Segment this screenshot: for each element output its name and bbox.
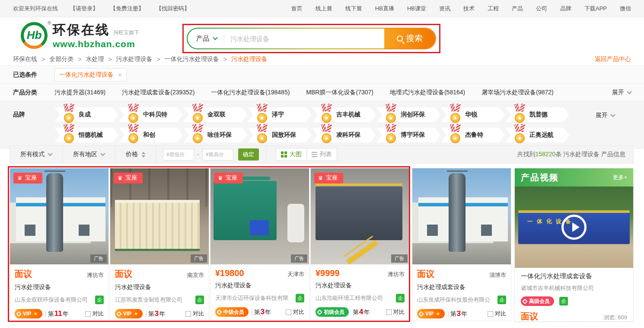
more-videos-link[interactable]: 更多+ [612, 174, 627, 181]
search-category-dropdown[interactable]: 产品 [188, 35, 224, 43]
medal-icon: ★ [450, 124, 462, 143]
brand-chip[interactable]: ★凌科环保 [312, 128, 376, 142]
brand-chip[interactable]: ★正奥远航 [505, 128, 569, 142]
medal-icon: ★ [514, 124, 526, 143]
nav-online-expo[interactable]: 线上展 [316, 5, 332, 13]
search-input[interactable] [224, 35, 384, 42]
product-card[interactable]: ♛宝座 广告 面议南京市 污水处理设备 江苏凯泉泵业制造有限公司企 VIP★ |… [110, 168, 209, 321]
category-link[interactable]: 一体化污水处理设备(198485) [211, 89, 290, 96]
brand-chip[interactable]: ★中科贝特 [119, 107, 183, 122]
medal-icon: ★ [385, 124, 397, 143]
min-price-input[interactable] [163, 149, 194, 161]
product-title[interactable]: 污水处理设备 [316, 282, 405, 289]
nav-home[interactable]: 首页 [291, 5, 303, 13]
category-link[interactable]: 污水提升器(31469) [54, 89, 105, 96]
search-button[interactable]: 搜索 [384, 28, 435, 49]
brand-chip[interactable]: ★恒德机械 [54, 128, 118, 142]
chevron-down-icon [100, 151, 105, 156]
brand-chip[interactable]: ★华锐 [441, 107, 505, 122]
nav-news[interactable]: 资讯 [439, 5, 450, 13]
medal-icon: ★ [321, 104, 333, 123]
expand-categories-button[interactable]: 展开 [612, 89, 631, 96]
medal-icon: ★ [128, 124, 140, 143]
breadcrumb-item[interactable]: 一体化污水处理设备 [165, 55, 219, 63]
close-icon[interactable]: × [118, 71, 122, 78]
region-dropdown[interactable]: 所有地区 [63, 151, 115, 158]
nav-offline-expo[interactable]: 线下展 [345, 5, 362, 13]
product-card[interactable]: ♛宝座 广告 面议潍坊市 污水处理设备 山东金双联环保设备有限公司企 VIP★ … [10, 168, 109, 321]
breadcrumb-item[interactable]: 水处理 [86, 55, 104, 63]
product-card[interactable]: ♛宝座 广告 ¥19800天津市 污水处理设备 天津市众迈环保设备科技有限企 中… [210, 168, 309, 321]
medal-icon: ★ [321, 124, 333, 143]
brand-chip[interactable]: ★咏佳环保 [183, 128, 247, 142]
list-view-tab[interactable]: 列表 [307, 148, 337, 161]
video-thumbnail[interactable]: 一体化设备 [515, 187, 633, 268]
compare-checkbox[interactable]: 对比 [386, 308, 405, 316]
nav-companies[interactable]: 公司 [536, 5, 547, 13]
product-title[interactable]: 污水处理设备 [115, 283, 204, 291]
company-name[interactable]: 江苏凯泉泵业制造有限公司 [115, 296, 192, 304]
brand-chip[interactable]: ★博宇环保 [376, 128, 440, 142]
enterprise-badge: 企 [95, 296, 104, 304]
login-link[interactable]: 【请登录】 [70, 5, 98, 13]
nav-hb-live[interactable]: HB直播 [375, 5, 394, 13]
register-link[interactable]: 【免费注册】 [110, 5, 144, 13]
product-title[interactable]: 污水处理设备 [215, 282, 304, 289]
breadcrumb-item[interactable]: 污水处理设备 [116, 55, 153, 63]
brand-chip[interactable]: ★杰鲁特 [441, 128, 505, 142]
company-name[interactable]: 天津市众迈环保设备科技有限 [215, 294, 292, 302]
brand-chip[interactable]: ★润创环保 [376, 107, 440, 122]
brand-chip[interactable]: ★凯普德 [505, 107, 569, 122]
product-title[interactable]: 污水处理设备 [15, 283, 104, 291]
medal-icon: ★ [192, 104, 204, 123]
checkbox [85, 311, 91, 317]
video-product-title[interactable]: 一体化污水处理成套设备 [521, 272, 627, 280]
brand-chip[interactable]: ★良成 [54, 107, 118, 122]
brand-chip[interactable]: ★金双联 [183, 107, 247, 122]
product-title[interactable]: 污水处理成套设备 [417, 283, 506, 291]
nav-brands[interactable]: 品牌 [560, 5, 571, 13]
nav-tech[interactable]: 技术 [463, 5, 475, 13]
site-logo[interactable]: Hb ® 环保在线 兴旺宝旗下 www.hbzhan.com [21, 21, 139, 49]
breadcrumb-item[interactable]: 环保在线 [13, 55, 37, 63]
nav-engineering[interactable]: 工程 [488, 5, 499, 13]
category-link[interactable]: MBR膜一体化设备(7307) [306, 89, 373, 96]
play-icon[interactable] [561, 215, 587, 240]
category-link[interactable]: 地埋式污水处理设备(58164) [390, 89, 465, 96]
expand-brands-button[interactable]: 展开 [596, 112, 615, 119]
price-sort[interactable]: 价格 [115, 151, 156, 158]
nav-hb-class[interactable]: HB课堂 [407, 5, 426, 13]
mode-dropdown[interactable]: 所有模式 [10, 151, 62, 158]
large-view-tab[interactable]: 大图 [276, 148, 306, 161]
brand-chip[interactable]: ★吉丰机械 [312, 107, 376, 122]
enterprise-badge: 企 [396, 294, 405, 302]
find-password-link[interactable]: 【找回密码】 [156, 5, 190, 13]
company-name[interactable]: 山东金双联环保设备有限公司 [15, 296, 92, 304]
category-link[interactable]: 污水处理成套设备(239352) [122, 89, 194, 96]
vip-badge: VIP★ [417, 309, 445, 318]
company-name[interactable]: 山东浩能环境工程有限公司 [316, 294, 392, 302]
back-to-product-center-link[interactable]: 返回产品中心 [595, 55, 631, 63]
nav-download-app[interactable]: 下载APP [584, 5, 607, 13]
max-price-input[interactable] [202, 149, 233, 161]
product-card[interactable]: ♛宝座 广告 ¥9999潍坊市 污水处理设备 山东浩能环境工程有限公司企 初级会… [310, 168, 410, 321]
brand-chip[interactable]: ★和创 [119, 128, 183, 142]
product-image: ♛宝座 广告 [10, 168, 108, 264]
compare-checkbox[interactable]: 对比 [286, 308, 304, 316]
ad-tag: 广告 [391, 254, 408, 263]
compare-checkbox[interactable]: 对比 [85, 310, 104, 318]
product-card[interactable]: 面议淄博市 污水处理成套设备 山东良成环保科技股份有限公企 VIP★ |第3年 … [412, 168, 511, 321]
nav-products[interactable]: 产品 [512, 5, 523, 13]
video-company-name[interactable]: 诸城市吉丰机械科技有限公司 [521, 284, 627, 292]
nav-wechat[interactable]: 微信 [620, 5, 631, 13]
compare-checkbox[interactable]: 对比 [488, 310, 506, 318]
category-link[interactable]: 屠宰场污水处理设备(9872) [481, 89, 553, 96]
vip-diamond-icon [116, 311, 122, 317]
compare-checkbox[interactable]: 对比 [185, 310, 204, 318]
confirm-price-button[interactable]: 确定 [238, 148, 259, 161]
company-name[interactable]: 山东良成环保科技股份有限公 [417, 296, 494, 304]
brand-chip[interactable]: ★国敖环保 [248, 128, 312, 142]
breadcrumb-item[interactable]: 全部分类 [49, 55, 73, 63]
brand-chip[interactable]: ★泽宇 [248, 107, 312, 122]
breadcrumb-current: 污水处理设备 [231, 55, 268, 63]
